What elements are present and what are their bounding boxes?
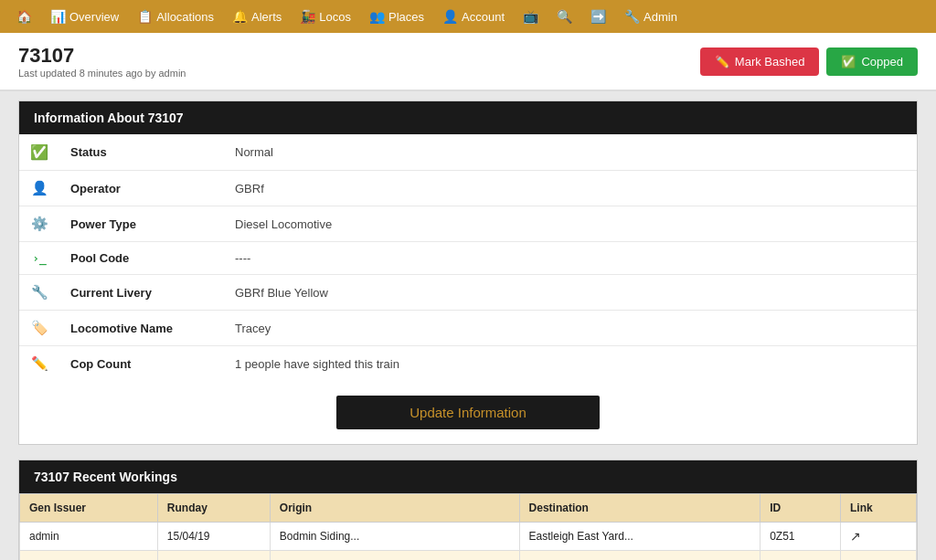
- livery-icon-cell: 🔧: [19, 275, 59, 311]
- search-icon: 🔍: [557, 9, 572, 24]
- loco-name-row: 🏷️ Locomotive Name Tracey: [19, 311, 917, 346]
- account-icon: 👤: [442, 9, 458, 24]
- last-updated: Last updated 8 minutes ago by admin: [18, 68, 186, 79]
- places-icon: 👥: [369, 9, 385, 24]
- cell-origin: Penzance Traction & ...: [270, 551, 519, 561]
- copped-icon: ✅: [841, 55, 856, 69]
- loco-number: 73107: [18, 44, 186, 68]
- alerts-icon: 🔔: [232, 9, 248, 24]
- locos-icon: 🚂: [300, 9, 315, 24]
- cell-id: 0Z51: [760, 523, 841, 551]
- power-type-value: Diesel Locomotive: [224, 206, 917, 242]
- info-section-body: ✅ Status Normal 👤 Operator GBRf: [19, 134, 917, 444]
- allocations-icon: 📋: [137, 9, 153, 24]
- pool-code-row: ›_ Pool Code ----: [19, 242, 917, 275]
- header-actions: ✏️ Mark Bashed ✅ Copped: [700, 48, 918, 76]
- operator-icon: 👤: [31, 180, 48, 195]
- media-icon: 📺: [523, 9, 538, 24]
- nav-arrow[interactable]: ➡️: [581, 0, 615, 33]
- cell-runday: 15/04/19: [157, 523, 270, 551]
- loco-name-icon-cell: 🏷️: [19, 311, 59, 346]
- operator-icon-cell: 👤: [19, 171, 59, 206]
- nav-account[interactable]: 👤 Account: [433, 0, 514, 33]
- update-btn-row: Update Information: [19, 381, 917, 444]
- workings-header-row: Gen Issuer Runday Origin Destination ID …: [20, 494, 917, 523]
- col-gen-issuer: Gen Issuer: [20, 494, 158, 523]
- status-value: Normal: [224, 134, 917, 171]
- cell-destination: Eastleigh East Yard...: [519, 523, 760, 551]
- operator-label: Operator: [59, 171, 224, 206]
- cop-count-icon-cell: ✏️: [19, 346, 59, 382]
- power-type-row: ⚙️ Power Type Diesel Locomotive: [19, 206, 917, 242]
- nav-locos[interactable]: 🚂 Locos: [291, 0, 360, 33]
- nav-admin[interactable]: 🔧 Admin: [615, 0, 686, 33]
- status-icon: ✅: [30, 144, 48, 160]
- cell-destination: Bodmin Siding...: [519, 551, 760, 561]
- nav-alerts[interactable]: 🔔 Alerts: [223, 0, 291, 33]
- nav-home[interactable]: 🏠: [7, 0, 41, 33]
- admin-icon: 🔧: [624, 9, 640, 24]
- cell-issuer: admin: [20, 523, 158, 551]
- col-link: Link: [841, 494, 917, 523]
- mark-bashed-button[interactable]: ✏️ Mark Bashed: [700, 48, 820, 76]
- power-type-label: Power Type: [59, 206, 224, 242]
- pool-code-icon-cell: ›_: [19, 242, 59, 275]
- col-destination: Destination: [519, 494, 760, 523]
- nav-search[interactable]: 🔍: [548, 0, 581, 33]
- cop-count-value: 1 people have sighted this train: [224, 346, 917, 382]
- workings-section-body: Gen Issuer Runday Origin Destination ID …: [19, 493, 917, 560]
- update-information-button[interactable]: Update Information: [336, 396, 600, 429]
- col-origin: Origin: [270, 494, 519, 523]
- livery-value: GBRf Blue Yellow: [224, 275, 917, 311]
- cop-count-row: ✏️ Cop Count 1 people have sighted this …: [19, 346, 917, 382]
- external-link-icon[interactable]: ↗: [850, 529, 861, 544]
- page-header-title: 73107 Last updated 8 minutes ago by admi…: [18, 44, 186, 79]
- workings-section: 73107 Recent Workings Gen Issuer Runday …: [18, 460, 918, 560]
- arrow-icon: ➡️: [590, 9, 606, 24]
- main-nav: 🏠 📊 Overview 📋 Allocations 🔔 Alerts 🚂 Lo…: [0, 0, 936, 33]
- bashed-icon: ✏️: [715, 55, 729, 69]
- power-type-icon-cell: ⚙️: [19, 206, 59, 242]
- cop-count-icon: ✏️: [31, 355, 48, 371]
- workings-section-header: 73107 Recent Workings: [19, 460, 917, 493]
- info-table: ✅ Status Normal 👤 Operator GBRf: [19, 134, 917, 381]
- operator-value: GBRf: [224, 171, 917, 206]
- col-runday: Runday: [157, 494, 270, 523]
- cell-link[interactable]: ↗: [841, 551, 917, 561]
- table-row: admin 15/04/19 Bodmin Siding... Eastleig…: [20, 523, 917, 551]
- overview-icon: 📊: [50, 9, 66, 24]
- copped-button[interactable]: ✅ Copped: [826, 48, 918, 76]
- loco-name-icon: 🏷️: [31, 320, 48, 335]
- nav-media[interactable]: 📺: [514, 0, 548, 33]
- page-header: 73107 Last updated 8 minutes ago by admi…: [0, 33, 936, 91]
- cop-count-label: Cop Count: [59, 346, 224, 382]
- cell-id: 0Z50: [760, 551, 841, 561]
- status-row: ✅ Status Normal: [19, 134, 917, 171]
- home-icon: 🏠: [16, 9, 32, 24]
- livery-row: 🔧 Current Livery GBRf Blue Yellow: [19, 275, 917, 311]
- main-content: Information About 73107 ✅ Status Normal …: [0, 91, 936, 560]
- loco-name-label: Locomotive Name: [59, 311, 224, 346]
- livery-label: Current Livery: [59, 275, 224, 311]
- nav-overview[interactable]: 📊 Overview: [41, 0, 128, 33]
- operator-row: 👤 Operator GBRf: [19, 171, 917, 206]
- power-type-icon: ⚙️: [31, 216, 48, 231]
- pool-code-label: Pool Code: [59, 242, 224, 275]
- cell-runday: 14/04/19: [157, 551, 270, 561]
- pool-code-icon: ›_: [32, 251, 47, 265]
- status-label: Status: [59, 134, 224, 171]
- status-icon-cell: ✅: [19, 134, 59, 171]
- col-id: ID: [760, 494, 841, 523]
- workings-table: Gen Issuer Runday Origin Destination ID …: [19, 493, 917, 560]
- livery-icon: 🔧: [31, 284, 48, 300]
- info-section-header: Information About 73107: [19, 101, 917, 134]
- cell-issuer: admin: [20, 551, 158, 561]
- pool-code-value: ----: [224, 242, 917, 275]
- cell-origin: Bodmin Siding...: [270, 523, 519, 551]
- nav-places[interactable]: 👥 Places: [360, 0, 433, 33]
- loco-name-value: Tracey: [224, 311, 917, 346]
- info-section: Information About 73107 ✅ Status Normal …: [18, 100, 918, 445]
- table-row: admin 14/04/19 Penzance Traction & ... B…: [20, 551, 917, 561]
- nav-allocations[interactable]: 📋 Allocations: [128, 0, 223, 33]
- cell-link[interactable]: ↗: [841, 523, 917, 551]
